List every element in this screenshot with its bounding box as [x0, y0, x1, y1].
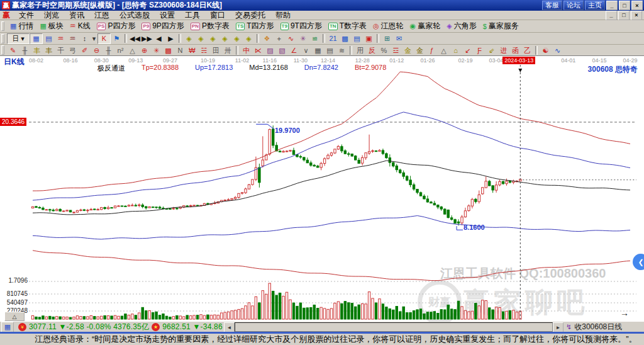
menu-item-1[interactable]: 浏览 — [39, 11, 64, 20]
letter-box-button[interactable]: 函 — [509, 45, 521, 55]
f-hook-button[interactable]: Ƒ — [474, 45, 486, 55]
shade-left-button[interactable]: ▨ — [264, 45, 276, 55]
hexagon-button[interactable]: ◈六角形 — [443, 21, 479, 31]
trigram-water-button[interactable]: ☵ — [198, 45, 210, 55]
golden-section-button[interactable]: 金 — [402, 45, 414, 55]
pan-hand-button[interactable]: ❖ — [261, 34, 273, 43]
notebook-button[interactable]: ▤ — [351, 34, 363, 43]
period-day-dropdown-button[interactable]: 日 ▾ — [7, 33, 30, 44]
pyramid-button[interactable]: △ — [438, 45, 450, 55]
shade-right-button[interactable]: ▧ — [276, 45, 288, 55]
calendar-21-button[interactable]: 21 — [327, 34, 339, 43]
row-box-button[interactable]: ▤ — [324, 45, 336, 55]
scroll-right-arrow[interactable]: → — [620, 308, 629, 318]
sectors-button[interactable]: ▦板块 — [36, 21, 66, 31]
field-grid-button[interactable]: 田 — [210, 45, 222, 55]
pencil-button[interactable]: ✎ — [7, 45, 19, 55]
quote-grid-icon[interactable]: ▦ — [1, 322, 14, 332]
down-left-arrow-button[interactable]: ↙ — [462, 45, 474, 55]
print-button[interactable]: ⊞ — [381, 34, 393, 43]
waves-button[interactable]: ≋ — [336, 45, 348, 55]
nav-next-button[interactable]: ▶ — [165, 34, 177, 43]
menu-item-7[interactable]: 窗口 — [205, 11, 230, 20]
pen-red-button[interactable]: ✐ — [79, 45, 91, 55]
tally-tool-button[interactable]: 卅 — [222, 45, 234, 55]
zoom-down-button[interactable]: ◈ — [243, 34, 255, 43]
percent-tool-button[interactable]: % — [378, 45, 390, 55]
level-tool-button[interactable]: 干 — [55, 45, 67, 55]
draw-flag-button[interactable]: ⚑ — [111, 34, 123, 43]
scrollbar-thumb[interactable] — [235, 322, 553, 332]
center-tool-button[interactable]: 中 — [240, 45, 252, 55]
t-square-button[interactable]: TST四方形 — [233, 21, 277, 31]
gann-grid-gold-button[interactable]: 丰 — [31, 45, 43, 55]
menu-item-3[interactable]: 江恩 — [89, 11, 114, 20]
gann-flower-button[interactable]: ✳ — [297, 34, 309, 43]
golden-ratio-button[interactable]: 金 — [414, 45, 426, 55]
wave-tool-button[interactable]: ∿ — [285, 34, 297, 43]
gann-wheel-button[interactable]: ◎江恩轮 — [370, 21, 407, 31]
reverse-tool-button[interactable]: 反 — [366, 45, 378, 55]
dragon-tool-button[interactable]: ≌ — [309, 34, 321, 43]
fan-lines-button[interactable]: ⋉ — [252, 45, 264, 55]
grid-lines-button[interactable]: ╫ — [19, 45, 31, 55]
kline-chart-canvas[interactable] — [0, 56, 644, 322]
taiji-button[interactable]: ☯ — [540, 45, 552, 55]
nav-first-button[interactable]: ◀◀ — [129, 34, 141, 43]
kline-button[interactable]: ♒K线 — [67, 21, 94, 31]
zoom-out-button[interactable]: ◈ — [219, 34, 231, 43]
angle-tool-button[interactable]: ∠ — [288, 45, 300, 55]
t-number-table-button[interactable]: TNT数字表 — [325, 21, 370, 31]
mail-button[interactable]: ✉ — [393, 34, 405, 43]
forum-button[interactable]: 论坛 — [564, 1, 584, 10]
circle-plus-button[interactable]: ⊕ — [138, 45, 150, 55]
p-square-button[interactable]: PSP四方形 — [94, 21, 139, 31]
double-down-arrow-button[interactable]: ⇙ — [486, 45, 497, 55]
kline-style-dark-button[interactable]: ♒ — [67, 34, 79, 43]
horizontal-scrollbar[interactable]: ◄ ► — [224, 322, 564, 332]
star-burst-button[interactable]: ✳ — [150, 45, 162, 55]
hatch-box-button[interactable]: ▩ — [162, 45, 174, 55]
menu-item-4[interactable]: 公式选股 — [114, 11, 155, 20]
customer-service-button[interactable]: 客服 — [542, 1, 562, 10]
circle-minus-button[interactable]: ⊖ — [91, 45, 103, 55]
style-dropdown-button[interactable]: ▾ — [91, 34, 97, 43]
nav-prev-button[interactable]: ◀ — [153, 34, 165, 43]
kline-style-red-button[interactable]: ♒ — [55, 34, 67, 43]
zoom-in-button[interactable]: ◈ — [207, 34, 219, 43]
nav-last-button[interactable]: ▶▶ — [141, 34, 153, 43]
n-square-button[interactable]: n² — [114, 45, 126, 55]
w-wave-button[interactable]: ₩ — [186, 45, 198, 55]
menu-item-8[interactable]: 交易委托 — [230, 11, 270, 20]
trigram-fire-button[interactable]: ☲ — [390, 45, 402, 55]
check-wave-button[interactable]: ∨ — [300, 45, 312, 55]
kline-mode-button[interactable]: K — [97, 33, 111, 44]
9p-square-button[interactable]: P99P四方形 — [138, 21, 187, 31]
winner-service-button[interactable]: $赢家服务 — [480, 21, 522, 31]
chart-area[interactable]: 财赢 江恩工具软件 QQ:100800360 赢家聊吧 08-0208-1608… — [0, 55, 644, 322]
crosshair-button[interactable]: ＋ — [273, 34, 285, 43]
timeshare-button[interactable]: ▦ — [30, 33, 43, 44]
winner-wheel-button[interactable]: ◉赢家轮 — [407, 21, 444, 31]
sine-wave-button[interactable]: ∿ — [552, 45, 564, 55]
zoom-right-button[interactable]: ◈ — [195, 34, 207, 43]
market-quotes-button[interactable]: ▦行情 — [7, 21, 36, 31]
hook-tool-button[interactable]: 乙 — [521, 45, 533, 55]
9t-square-button[interactable]: T99T四方形 — [277, 21, 325, 31]
ruler-lines-button[interactable]: ╫ — [103, 45, 114, 55]
child-minimize-button[interactable]: _ — [606, 11, 617, 20]
menu-item-5[interactable]: 设置 — [155, 11, 180, 20]
menu-item-2[interactable]: 资讯 — [64, 11, 89, 20]
expand-volume-pane-button[interactable]: △ — [4, 312, 25, 321]
reset-scale-button[interactable]: ↕ — [79, 34, 91, 43]
zoom-up-button[interactable]: ◈ — [231, 34, 243, 43]
child-close-button[interactable]: × — [631, 11, 642, 20]
menu-item-6[interactable]: 工具 — [180, 11, 205, 20]
function-f-button[interactable]: ƒ — [426, 45, 438, 55]
use-tool-button[interactable]: 用 — [354, 45, 366, 55]
close-button[interactable]: × — [631, 1, 643, 10]
triangle-tool-button[interactable]: △ — [126, 45, 138, 55]
arc-tool-button[interactable]: 弓 — [67, 45, 79, 55]
house-tool-button[interactable]: ⌂ — [450, 45, 462, 55]
child-restore-button[interactable]: □ — [618, 11, 630, 20]
